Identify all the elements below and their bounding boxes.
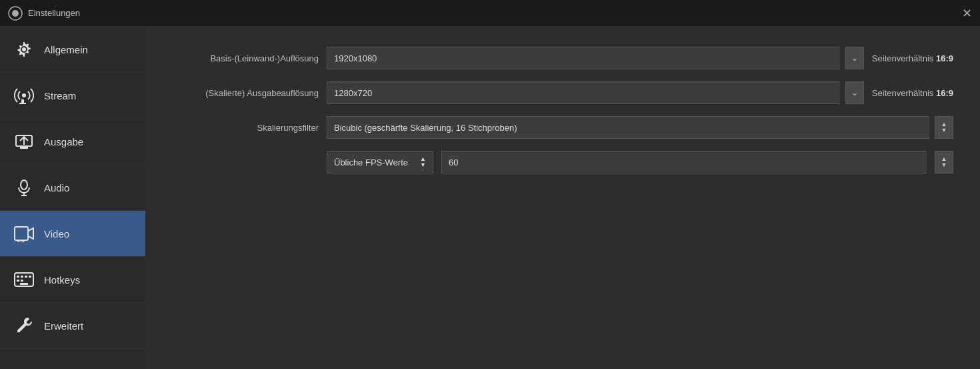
sidebar-item-stream-label: Stream [44,90,76,101]
chevron-down-icon: ⌄ [851,53,858,63]
sidebar-item-audio-label: Audio [44,182,69,194]
sidebar-item-ausgabe[interactable]: Ausgabe [0,119,145,165]
sidebar-item-hotkeys-label: Hotkeys [44,274,80,286]
content-area: Allgemein Stream [0,27,980,369]
output-icon [13,131,35,152]
output-resolution-row: (Skalierte) Ausgabeauflösung ⌄ Seitenver… [172,81,953,104]
base-resolution-input[interactable] [327,47,840,69]
base-resolution-row: Basis-(Leinwand-)Auflösung ⌄ Seitenverhä… [172,47,953,69]
main-content: Basis-(Leinwand-)Auflösung ⌄ Seitenverhä… [145,27,980,369]
settings-window: Einstellungen ✕ Allgemein [0,0,980,369]
svg-rect-11 [15,227,28,240]
video-icon [13,223,35,244]
titlebar-left: Einstellungen [8,6,80,21]
sidebar-item-hotkeys[interactable]: Hotkeys [0,257,145,303]
svg-rect-22 [20,283,28,285]
hotkey-icon [13,269,35,290]
chevron-down-icon-2: ⌄ [851,88,858,97]
base-resolution-dropdown-btn[interactable]: ⌄ [845,47,864,69]
down-arrow-icon: ▼ [941,127,947,133]
fps-label-text: Übliche FPS-Werte [334,157,408,167]
audio-icon [13,177,35,198]
svg-rect-7 [20,147,28,149]
svg-rect-4 [19,103,26,104]
base-resolution-label: Basis-(Leinwand-)Auflösung [172,53,319,63]
output-resolution-label: (Skalierte) Ausgabeauflösung [172,88,319,98]
filter-input[interactable] [327,116,929,139]
titlebar-title: Einstellungen [28,8,80,18]
fps-label-btn[interactable]: Übliche FPS-Werte ▲ ▼ [327,151,433,173]
sidebar-item-audio[interactable]: Audio [0,165,145,211]
settings-form: Basis-(Leinwand-)Auflösung ⌄ Seitenverhä… [172,47,953,173]
sidebar-item-allgemein-label: Allgemein [44,44,88,55]
gear-icon [13,39,35,60]
svg-point-2 [22,93,26,97]
svg-rect-19 [29,276,31,278]
base-aspect-label: Seitenverhältnis 16:9 [872,53,953,63]
fps-spinner-btn[interactable]: ▲ ▼ [935,151,953,173]
svg-point-8 [21,180,27,190]
svg-rect-16 [17,276,19,278]
output-resolution-dropdown-btn[interactable]: ⌄ [845,81,864,104]
filter-control: ▲ ▼ [327,116,953,139]
sidebar-item-video-label: Video [44,228,69,240]
svg-rect-21 [21,280,23,282]
filter-row: Skalierungsfilter ▲ ▼ [172,116,953,139]
fps-row: Übliche FPS-Werte ▲ ▼ ▲ ▼ [172,151,953,173]
fps-value-input[interactable] [441,151,927,173]
base-resolution-control: ⌄ [327,47,864,69]
output-aspect-label: Seitenverhältnis 16:9 [872,88,953,98]
output-resolution-input[interactable] [327,81,840,104]
sidebar-item-erweitert-label: Erweitert [44,320,83,332]
close-button[interactable]: ✕ [962,7,972,19]
sidebar: Allgemein Stream [0,27,145,369]
stream-icon [13,85,35,106]
filter-spinner-btn[interactable]: ▲ ▼ [935,116,953,139]
fps-down-arrow-icon: ▼ [941,162,947,168]
sidebar-item-stream[interactable]: Stream [0,73,145,119]
svg-rect-18 [25,276,27,278]
fps-spinner-arrows: ▲ ▼ [420,156,426,168]
obs-icon [8,6,23,21]
sidebar-item-ausgabe-label: Ausgabe [44,136,83,147]
sidebar-item-video[interactable]: Video [0,211,145,257]
sidebar-item-erweitert[interactable]: Erweitert [0,303,145,349]
output-resolution-control: ⌄ [327,81,864,104]
titlebar: Einstellungen ✕ [0,0,980,27]
svg-rect-20 [17,280,19,282]
filter-label: Skalierungsfilter [172,123,319,133]
sidebar-item-allgemein[interactable]: Allgemein [0,27,145,73]
wrench-icon [13,315,35,336]
svg-rect-17 [21,276,23,278]
svg-point-1 [12,10,19,17]
